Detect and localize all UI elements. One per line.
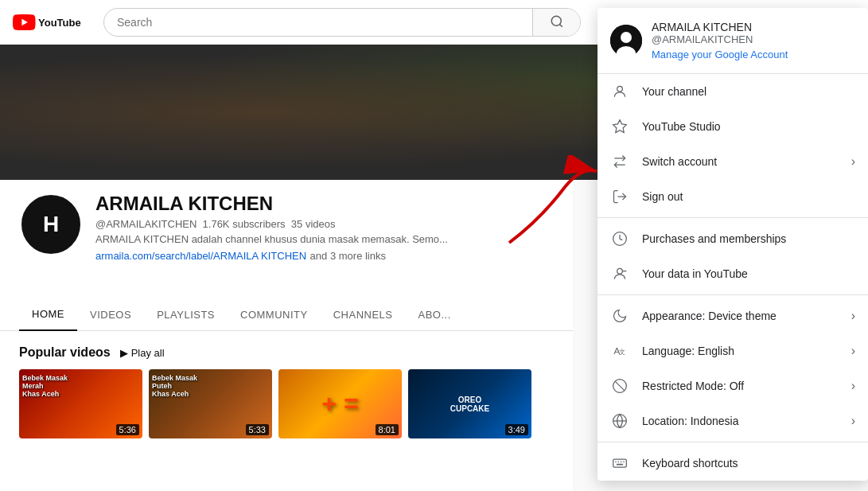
- youtube-logo[interactable]: YouTube: [13, 14, 84, 30]
- videos-section: Popular videos ▶ Play all Bebek MasakMer…: [0, 333, 573, 451]
- video-title-1: Bebek MasakMerahKhas Aceh: [22, 374, 139, 398]
- search-input[interactable]: [104, 16, 532, 29]
- restricted-icon: [610, 376, 629, 396]
- channel-link[interactable]: armaila.com/search/label/ARMAILA KITCHEN: [95, 250, 306, 262]
- switch-account-label: Switch account: [642, 155, 839, 168]
- avatar-letter: H: [43, 212, 59, 237]
- divider-1: [597, 217, 868, 218]
- sign-out-label: Sign out: [642, 190, 855, 203]
- restricted-label: Restricted Mode: Off: [642, 380, 839, 392]
- dropdown-item-location[interactable]: Location: Indonesia ›: [597, 403, 868, 438]
- dropdown-item-your-data[interactable]: Your data in YouTube: [597, 256, 868, 291]
- location-icon: [610, 411, 629, 431]
- tab-videos[interactable]: VIDEOS: [77, 299, 144, 330]
- dropdown-avatar: [610, 25, 642, 57]
- svg-point-7: [621, 32, 632, 43]
- video-thumbnail-3[interactable]: + = 8:01: [278, 369, 402, 438]
- channel-tabs: HOME VIDEOS PLAYLISTS COMMUNITY CHANNELS…: [0, 298, 573, 331]
- section-title: Popular videos: [19, 345, 111, 360]
- purchases-label: Purchases and memberships: [642, 232, 855, 245]
- dropdown-item-restricted[interactable]: Restricted Mode: Off ›: [597, 368, 868, 403]
- language-icon: A 文: [610, 341, 629, 360]
- play-all-label: Play all: [131, 347, 165, 359]
- extra-links: and 3 more links: [310, 250, 386, 262]
- your-data-label: Your data in YouTube: [642, 267, 855, 280]
- switch-account-arrow: ›: [851, 154, 855, 169]
- dropdown-item-your-channel[interactable]: Your channel: [597, 74, 868, 109]
- dropdown-username: ARMAILA KITCHEN: [652, 21, 855, 33]
- dropdown-user-info: ARMAILA KITCHEN @ARMAILAKITCHEN Manage y…: [652, 21, 855, 60]
- play-all-button[interactable]: ▶ Play all: [120, 347, 165, 359]
- keyboard-shortcuts-label: Keyboard shortcuts: [642, 457, 855, 470]
- dropdown-handle: @ARMAILAKITCHEN: [652, 33, 855, 45]
- search-button[interactable]: [532, 8, 580, 37]
- video-duration-3: 8:01: [376, 424, 399, 435]
- svg-line-2: [559, 24, 562, 26]
- tab-community[interactable]: COMMUNITY: [228, 299, 321, 330]
- switch-account-icon: [610, 152, 629, 171]
- video-thumbnail-4[interactable]: OREOCUPCAKE 3:49: [408, 369, 531, 438]
- video-thumbnail-2[interactable]: Bebek MasakPutehKhas Aceh 5:33: [149, 369, 272, 438]
- channel-description: ARMAILA KITCHEN adalah channel khusus du…: [95, 233, 448, 245]
- appearance-label: Appearance: Device theme: [642, 310, 839, 322]
- tab-channels[interactable]: CHANNELS: [321, 299, 406, 330]
- dropdown-item-language[interactable]: A 文 Language: English ›: [597, 333, 868, 368]
- language-label: Language: English: [642, 345, 839, 357]
- channel-avatar: H: [19, 193, 83, 256]
- channel-info: H ARMAILA KITCHEN @ARMAILAKITCHEN 1.76K …: [0, 180, 295, 275]
- channel-handle: @ARMAILAKITCHEN 1.76K subscribers 35 vid…: [95, 218, 448, 230]
- channel-metadata: ARMAILA KITCHEN @ARMAILAKITCHEN 1.76K su…: [95, 193, 448, 263]
- keyboard-icon: [610, 454, 629, 473]
- your-channel-label: Your channel: [642, 85, 855, 98]
- tab-playlists[interactable]: PLAYLISTS: [144, 299, 228, 330]
- data-icon: [610, 264, 629, 283]
- svg-line-18: [615, 381, 625, 391]
- dropdown-header: ARMAILA KITCHEN @ARMAILAKITCHEN Manage y…: [597, 8, 868, 74]
- svg-marker-10: [613, 120, 627, 133]
- sign-out-icon: [610, 187, 629, 206]
- section-header: Popular videos ▶ Play all: [19, 345, 554, 360]
- svg-text:文: 文: [619, 348, 625, 356]
- channel-name: ARMAILA KITCHEN: [95, 193, 448, 215]
- dropdown-menu: ARMAILA KITCHEN @ARMAILAKITCHEN Manage y…: [597, 8, 868, 481]
- svg-point-9: [617, 86, 623, 92]
- youtube-studio-label: YouTube Studio: [642, 120, 855, 133]
- video-duration-4: 3:49: [505, 424, 528, 435]
- divider-2: [597, 294, 868, 295]
- location-arrow: ›: [851, 414, 855, 428]
- location-label: Location: Indonesia: [642, 415, 839, 427]
- dropdown-item-sign-out[interactable]: Sign out: [597, 179, 868, 214]
- tab-about[interactable]: ABO...: [406, 299, 464, 330]
- video-grid: Bebek MasakMerahKhas Aceh 5:36 Bebek Mas…: [19, 369, 554, 438]
- search-icon: [550, 14, 564, 31]
- channel-links: armaila.com/search/label/ARMAILA KITCHEN…: [95, 248, 448, 263]
- video-thumbnail-1[interactable]: Bebek MasakMerahKhas Aceh 5:36: [19, 369, 142, 438]
- video-duration-2: 5:33: [246, 424, 269, 435]
- video-title-2: Bebek MasakPutehKhas Aceh: [152, 374, 269, 398]
- svg-point-13: [617, 268, 623, 274]
- purchases-icon: [610, 229, 629, 248]
- search-bar: [103, 8, 581, 37]
- dropdown-item-purchases[interactable]: Purchases and memberships: [597, 221, 868, 256]
- studio-icon: [610, 117, 629, 136]
- dropdown-item-appearance[interactable]: Appearance: Device theme ›: [597, 298, 868, 333]
- person-icon: [610, 82, 629, 101]
- appearance-icon: [610, 306, 629, 325]
- language-arrow: ›: [851, 344, 855, 358]
- svg-text:YouTube: YouTube: [38, 17, 81, 29]
- appearance-arrow: ›: [851, 309, 855, 323]
- video-duration-1: 5:36: [116, 424, 139, 435]
- tab-home[interactable]: HOME: [19, 298, 77, 331]
- dropdown-item-youtube-studio[interactable]: YouTube Studio: [597, 109, 868, 144]
- dropdown-item-switch-account[interactable]: Switch account ›: [597, 144, 868, 179]
- dropdown-item-keyboard-shortcuts[interactable]: Keyboard shortcuts: [597, 446, 868, 481]
- svg-rect-21: [613, 459, 627, 467]
- divider-3: [597, 442, 868, 442]
- manage-account-link[interactable]: Manage your Google Account: [652, 49, 855, 60]
- play-icon: ▶: [120, 347, 128, 359]
- restricted-arrow: ›: [851, 379, 855, 393]
- svg-point-1: [551, 16, 561, 25]
